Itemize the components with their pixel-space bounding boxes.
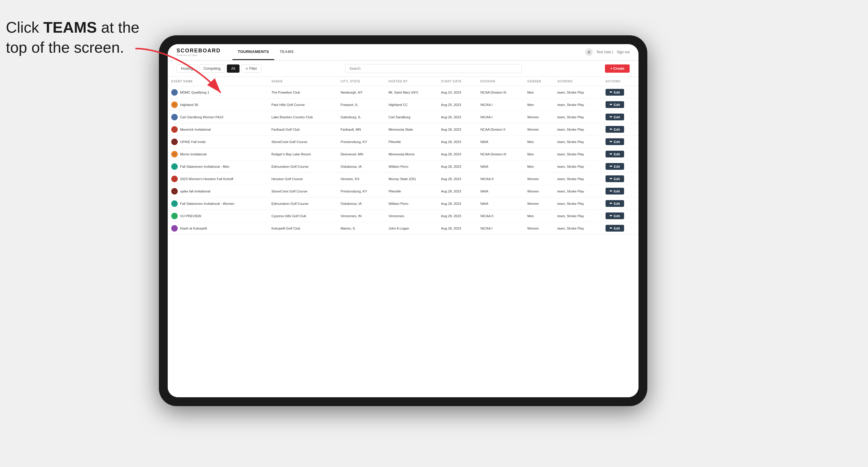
team-logo: 2	[171, 176, 178, 182]
hosted-by-cell: William Penn	[385, 160, 437, 173]
user-label: Test User |	[596, 50, 613, 54]
venue-cell: Faribault Golf Club	[268, 123, 337, 136]
division-cell: NAIA	[477, 185, 524, 197]
event-name-cell: M Maverick Invitational	[168, 123, 268, 136]
sign-out-link[interactable]: Sign out	[617, 50, 630, 54]
actions-cell: ✏ Edit	[602, 123, 639, 136]
team-logo: C	[171, 114, 178, 120]
edit-button[interactable]: ✏ Edit	[606, 101, 624, 108]
create-btn[interactable]: + Create	[605, 64, 630, 73]
table-row: U UPIKE Fall Invite StoneCrest Golf Cour…	[168, 136, 639, 148]
event-name: Carl Sandburg Women FA23	[180, 115, 223, 119]
city-state-cell: Oskaloosa, IA	[337, 160, 385, 173]
hosted-by-cell: Murray State (OK)	[385, 173, 437, 185]
event-name: 2023 Women's Hesston Fall Kickoff	[180, 177, 233, 181]
tab-tournaments[interactable]: TOURNAMENTS	[232, 44, 274, 60]
hosted-by-cell: Minnesota State	[385, 123, 437, 136]
event-name: Klash at Kokopelli	[180, 226, 207, 230]
division-cell: NAIA	[477, 160, 524, 173]
table-row: 2 2023 Women's Hesston Fall Kickoff Hess…	[168, 173, 639, 185]
scoring-cell: team, Stroke Play	[554, 185, 602, 197]
gender-cell: Men	[524, 99, 554, 111]
edit-button[interactable]: ✏ Edit	[606, 225, 624, 231]
edit-button[interactable]: ✏ Edit	[606, 176, 624, 182]
edit-button[interactable]: ✏ Edit	[606, 126, 624, 133]
col-hosted-by: HOSTED BY	[385, 77, 437, 86]
division-cell: NICAA II	[477, 173, 524, 185]
city-state-cell: Hesston, KS	[337, 173, 385, 185]
gender-cell: Men	[524, 160, 554, 173]
actions-cell: ✏ Edit	[602, 210, 639, 222]
tablet-screen: SCOREBOARD Powered by clippi TOURNAMENTS…	[168, 44, 639, 397]
event-name-cell: C Carl Sandburg Women FA23	[168, 111, 268, 123]
start-date-cell: Aug 28, 2023	[437, 222, 477, 235]
edit-button[interactable]: ✏ Edit	[606, 200, 624, 207]
scoring-cell: team, Stroke Play	[554, 136, 602, 148]
app-header: SCOREBOARD Powered by clippi TOURNAMENTS…	[168, 44, 639, 61]
edit-button[interactable]: ✏ Edit	[606, 89, 624, 96]
tab-teams[interactable]: TEAMS	[274, 44, 299, 60]
event-name: Morris Invitational	[180, 152, 207, 156]
instruction-bold: TEAMS	[43, 19, 97, 36]
city-state-cell: Freeport, IL	[337, 99, 385, 111]
hosted-by-cell: Mt. Saint Mary (NY)	[385, 86, 437, 99]
actions-cell: ✏ Edit	[602, 222, 639, 235]
scoring-cell: team, Stroke Play	[554, 197, 602, 210]
competing-filter-btn[interactable]: Competing	[199, 64, 225, 73]
venue-cell: Edmundson Golf Course	[268, 197, 337, 210]
start-date-cell: Aug 28, 2023	[437, 123, 477, 136]
venue-cell: Hesston Golf Course	[268, 173, 337, 185]
table-container: EVENT NAME VENUE CITY, STATE HOSTED BY S…	[168, 77, 639, 397]
event-name: Fall Statesmen Invitational - Women	[180, 202, 235, 206]
event-name-cell: H Highland 36	[168, 99, 268, 111]
gender-cell: Men	[524, 86, 554, 99]
hosted-by-cell: Highland CC	[385, 99, 437, 111]
edit-icon: ✏	[610, 177, 612, 181]
hosted-by-cell: Minnesota-Morris	[385, 148, 437, 160]
city-state-cell: Vincennes, IN	[337, 210, 385, 222]
event-name-cell: V VU PREVIEW	[168, 210, 268, 222]
event-name: VU PREVIEW	[180, 214, 201, 218]
settings-icon[interactable]: ⚙	[585, 48, 593, 56]
edit-icon: ✏	[610, 90, 612, 94]
table-row: K Klash at Kokopelli Kokopelli Golf Club…	[168, 222, 639, 235]
gender-cell: Women	[524, 185, 554, 197]
division-cell: NCAA Division III	[477, 86, 524, 99]
actions-cell: ✏ Edit	[602, 99, 639, 111]
edit-icon: ✏	[610, 214, 612, 218]
col-city-state: CITY, STATE	[337, 77, 385, 86]
toolbar: Hosting Competing All ≡ Filter + Create	[168, 61, 639, 77]
venue-cell: StoneCrest Golf Course	[268, 185, 337, 197]
logo-area: SCOREBOARD Powered by clippi	[177, 48, 221, 57]
city-state-cell: Oskaloosa, IA	[337, 197, 385, 210]
city-state-cell: Prestonsburg, KY	[337, 136, 385, 148]
venue-cell: Ruttger's Bay Lake Resort	[268, 148, 337, 160]
actions-cell: ✏ Edit	[602, 173, 639, 185]
venue-cell: The Powelton Club	[268, 86, 337, 99]
gender-cell: Men	[524, 210, 554, 222]
col-start-date: START DATE	[437, 77, 477, 86]
edit-button[interactable]: ✏ Edit	[606, 114, 624, 120]
edit-icon: ✏	[610, 152, 612, 156]
edit-button[interactable]: ✏ Edit	[606, 188, 624, 194]
filter-icon-btn[interactable]: ≡ Filter	[241, 64, 261, 73]
col-event-name: EVENT NAME	[168, 77, 268, 86]
nav-tabs: TOURNAMENTS TEAMS	[232, 44, 585, 60]
edit-icon: ✏	[610, 127, 612, 131]
edit-button[interactable]: ✏ Edit	[606, 151, 624, 157]
scoring-cell: team, Stroke Play	[554, 148, 602, 160]
event-name-cell: 2 2023 Women's Hesston Fall Kickoff	[168, 173, 268, 185]
edit-button[interactable]: ✏ Edit	[606, 213, 624, 219]
hosted-by-cell: John A Logan	[385, 222, 437, 235]
table-row: U upike fall invitational StoneCrest Gol…	[168, 185, 639, 197]
gender-cell: Men	[524, 148, 554, 160]
edit-button[interactable]: ✏ Edit	[606, 163, 624, 170]
table-body: M MSMC Qualifying 1 The Powelton ClubNew…	[168, 86, 639, 235]
city-state-cell: Galesburg, IL	[337, 111, 385, 123]
event-name: UPIKE Fall Invite	[180, 140, 206, 144]
hosting-filter-btn[interactable]: Hosting	[177, 64, 197, 73]
all-filter-btn[interactable]: All	[227, 64, 240, 73]
edit-button[interactable]: ✏ Edit	[606, 138, 624, 145]
table-row: M MSMC Qualifying 1 The Powelton ClubNew…	[168, 86, 639, 99]
search-input[interactable]	[345, 64, 522, 73]
